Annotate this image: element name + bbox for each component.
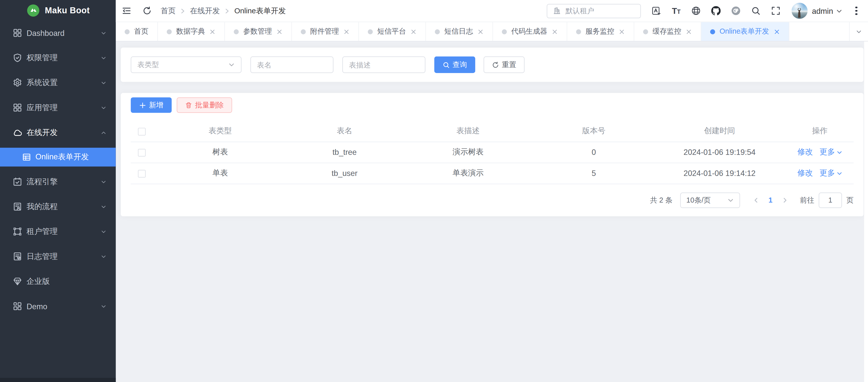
table-grid-icon xyxy=(22,152,31,162)
sidebar-item-app-management[interactable]: 应用管理 xyxy=(0,95,116,120)
prev-page-icon[interactable] xyxy=(749,192,763,208)
tab-service-monitor[interactable]: 服务监控 xyxy=(567,22,634,41)
avatar[interactable] xyxy=(792,3,807,19)
edit-link[interactable]: 修改 xyxy=(797,168,813,177)
row-checkbox[interactable] xyxy=(138,149,146,157)
tab-attachments[interactable]: 附件管理 xyxy=(292,22,359,41)
tab-dot xyxy=(301,29,306,34)
row-checkbox[interactable] xyxy=(138,170,146,178)
tab-home[interactable]: 首页 xyxy=(116,22,158,41)
sidebar-item-online-dev[interactable]: 在线开发 xyxy=(0,120,116,145)
sidebar-item-system-settings[interactable]: 系统设置 xyxy=(0,70,116,95)
tab-cache-monitor[interactable]: 缓存监控 xyxy=(634,22,702,41)
close-icon[interactable] xyxy=(686,29,692,35)
close-icon[interactable] xyxy=(410,29,416,35)
sidebar-item-workflow-engine[interactable]: 流程引擎 xyxy=(0,169,116,194)
more-dropdown[interactable]: 更多 xyxy=(819,147,842,157)
table-name-input[interactable] xyxy=(250,57,334,73)
reset-button[interactable]: 重置 xyxy=(484,57,524,73)
close-icon[interactable] xyxy=(774,29,779,35)
table-row: 单表 tb_user 单表演示 5 2024-01-06 19:14:12 修改… xyxy=(131,163,854,184)
tab-label: 代码生成器 xyxy=(511,27,547,37)
chevron-up-icon xyxy=(100,129,107,136)
font-size-icon[interactable]: TT xyxy=(671,6,681,16)
cell-created: 2024-01-06 19:14:12 xyxy=(653,163,786,184)
add-button-label: 新增 xyxy=(149,100,163,110)
tab-code-generator[interactable]: 代码生成器 xyxy=(493,22,567,41)
add-button[interactable]: 新增 xyxy=(131,97,172,113)
tenant-select[interactable]: 默认租户 xyxy=(547,3,641,18)
more-menu-icon[interactable] xyxy=(852,6,860,15)
breadcrumb-current: Online表单开发 xyxy=(234,6,286,16)
language-globe-icon[interactable] xyxy=(691,6,702,16)
user-menu[interactable]: admin xyxy=(812,6,833,15)
scrollbar[interactable] xyxy=(864,41,868,382)
chevron-down-icon xyxy=(836,170,842,176)
sidebar-item-log-management[interactable]: 日志管理 xyxy=(0,244,116,269)
page-size-select[interactable]: 10条/页 xyxy=(680,192,740,208)
cell-table-type: 单表 xyxy=(153,163,287,184)
column-header-table-desc: 表描述 xyxy=(402,121,534,142)
close-icon[interactable] xyxy=(209,29,215,35)
tab-sms-platform[interactable]: 短信平台 xyxy=(359,22,426,41)
goto-label: 前往 xyxy=(800,195,814,205)
more-dropdown[interactable]: 更多 xyxy=(819,168,842,178)
goto-page-input[interactable] xyxy=(819,192,842,208)
breadcrumb-online-dev[interactable]: 在线开发 xyxy=(190,6,220,16)
sidebar-item-enterprise[interactable]: 企业版 xyxy=(0,269,116,294)
tab-data-dict[interactable]: 数据字典 xyxy=(158,22,225,41)
table-header-row: 表类型 表名 表描述 版本号 创建时间 操作 xyxy=(131,121,854,142)
sidebar-item-label: 应用管理 xyxy=(27,103,58,113)
next-page-icon[interactable] xyxy=(778,192,792,208)
sidebar-item-label: Demo xyxy=(27,302,47,310)
close-icon[interactable] xyxy=(477,29,484,35)
close-icon[interactable] xyxy=(552,29,558,35)
refresh-icon[interactable] xyxy=(142,6,152,15)
breadcrumb-home[interactable]: 首页 xyxy=(161,6,176,16)
tab-online-form[interactable]: Online表单开发 xyxy=(702,22,789,41)
table-type-select[interactable]: 表类型 xyxy=(131,57,242,73)
edit-link[interactable]: 修改 xyxy=(797,147,813,156)
app-logo[interactable]: Maku Boot xyxy=(0,0,116,21)
batch-delete-button[interactable]: 批量删除 xyxy=(177,97,232,113)
sidebar-item-label: 租户管理 xyxy=(27,227,58,237)
sidebar-scrollbar[interactable] xyxy=(0,378,116,382)
sidebar-item-demo[interactable]: Demo xyxy=(0,294,116,318)
page-unit-label: 页 xyxy=(846,195,854,205)
chevron-down-icon xyxy=(100,303,107,309)
chevron-down-icon xyxy=(100,79,107,86)
close-icon[interactable] xyxy=(344,29,349,35)
tabs-dropdown-icon[interactable] xyxy=(849,22,868,41)
search-icon[interactable] xyxy=(751,6,761,16)
top-navbar: 首页 在线开发 Online表单开发 默认租户 TT xyxy=(116,0,868,22)
grid-icon xyxy=(13,28,22,37)
column-header-actions: 操作 xyxy=(786,121,854,142)
fullscreen-icon[interactable] xyxy=(771,6,781,16)
collapse-sidebar-icon[interactable] xyxy=(122,6,131,15)
tab-sms-log[interactable]: 短信日志 xyxy=(426,22,493,41)
tab-dot xyxy=(368,29,373,34)
tab-dot xyxy=(576,29,581,34)
sidebar-item-tenant-management[interactable]: 租户管理 xyxy=(0,219,116,244)
tab-dot xyxy=(710,29,715,34)
sidebar-item-my-workflow[interactable]: 我的流程 xyxy=(0,194,116,219)
sidebar-item-label: 系统设置 xyxy=(27,78,58,88)
cell-table-desc: 单表演示 xyxy=(402,163,534,184)
sidebar-item-dashboard[interactable]: Dashboard xyxy=(0,21,116,45)
page-number-current[interactable]: 1 xyxy=(763,196,778,204)
table-type-placeholder: 表类型 xyxy=(137,60,159,70)
i18n-icon[interactable] xyxy=(651,6,661,16)
select-all-checkbox[interactable] xyxy=(138,128,146,136)
close-icon[interactable] xyxy=(276,29,282,35)
column-header-created: 创建时间 xyxy=(653,121,786,142)
sidebar-item-permissions[interactable]: 权限管理 xyxy=(0,45,116,70)
github-icon[interactable] xyxy=(711,6,721,16)
table-desc-input[interactable] xyxy=(342,57,426,73)
gitee-icon[interactable] xyxy=(731,6,741,16)
tab-label: 附件管理 xyxy=(310,27,339,37)
search-button[interactable]: 查询 xyxy=(434,57,475,73)
tab-params[interactable]: 参数管理 xyxy=(225,22,292,41)
sidebar-item-online-form-dev[interactable]: Online表单开发 xyxy=(0,148,116,167)
chevron-down-icon[interactable] xyxy=(836,7,842,14)
close-icon[interactable] xyxy=(619,29,625,35)
